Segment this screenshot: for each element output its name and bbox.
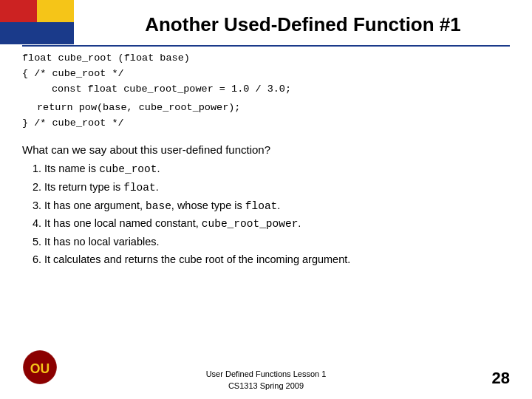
li2-text-after: . bbox=[156, 181, 159, 193]
footer: OU User Defined Functions Lesson 1 CS131… bbox=[0, 369, 532, 392]
code-line-6: } /* cube_root */ bbox=[22, 116, 510, 132]
li3-text-after: . bbox=[277, 200, 280, 211]
prose-section: What can we say about this user-defined … bbox=[22, 137, 510, 268]
list-item-2: Its return type is float. bbox=[44, 180, 510, 197]
slide-title: Another Used-Defined Function #1 bbox=[0, 0, 532, 45]
list-item-5: It has no local variables. bbox=[44, 234, 510, 250]
li1-text-after: . bbox=[157, 163, 160, 174]
code-line-3: const float cube_root_power = 1.0 / 3.0; bbox=[22, 82, 510, 98]
list-item-6: It calculates and returns the cube root … bbox=[44, 252, 510, 268]
code-line-5: return pow(base, cube_root_power); bbox=[22, 100, 510, 116]
code-block: float cube_root (float base) { /* cube_r… bbox=[22, 47, 510, 137]
li6-text: It calculates and returns the cube root … bbox=[44, 253, 350, 265]
accent-red bbox=[0, 0, 37, 22]
footer-course: User Defined Functions Lesson 1 bbox=[206, 369, 327, 380]
prose-list: Its name is cube_root. Its return type i… bbox=[22, 161, 510, 268]
top-accent bbox=[0, 0, 74, 44]
ou-logo-svg: OU bbox=[22, 349, 58, 385]
list-item-3: It has one argument, base, whose type is… bbox=[44, 198, 510, 215]
footer-term: CS1313 Spring 2009 bbox=[206, 381, 327, 392]
code-line-2: { /* cube_root */ bbox=[22, 66, 510, 82]
li3-code1: base bbox=[146, 200, 171, 212]
li2-text-before: Its return type is bbox=[44, 181, 123, 193]
accent-blue bbox=[0, 22, 74, 44]
li4-text-before: It has one local named constant, bbox=[44, 217, 202, 229]
footer-center-text: User Defined Functions Lesson 1 CS1313 S… bbox=[206, 369, 327, 392]
li3-text-mid: , whose type is bbox=[171, 200, 245, 211]
li4-code: cube_root_power bbox=[202, 218, 299, 230]
prose-question: What can we say about this user-defined … bbox=[22, 142, 510, 159]
footer-logo: OU bbox=[22, 349, 58, 388]
li3-text-before: It has one argument, bbox=[44, 200, 146, 211]
li1-text-before: Its name is bbox=[44, 163, 99, 174]
li4-text-after: . bbox=[298, 217, 301, 229]
code-line-1: float cube_root (float base) bbox=[22, 51, 510, 66]
list-item-4: It has one local named constant, cube_ro… bbox=[44, 216, 510, 233]
li2-code: float bbox=[123, 182, 156, 194]
svg-text:OU: OU bbox=[30, 361, 50, 376]
content-area: float cube_root (float base) { /* cube_r… bbox=[0, 47, 532, 268]
accent-yellow bbox=[37, 0, 74, 22]
list-item-1: Its name is cube_root. bbox=[44, 161, 510, 178]
li1-code: cube_root bbox=[99, 163, 157, 175]
li3-code2: float bbox=[245, 200, 278, 212]
footer-page-number: 28 bbox=[492, 369, 510, 388]
li5-text: It has no local variables. bbox=[44, 236, 160, 248]
